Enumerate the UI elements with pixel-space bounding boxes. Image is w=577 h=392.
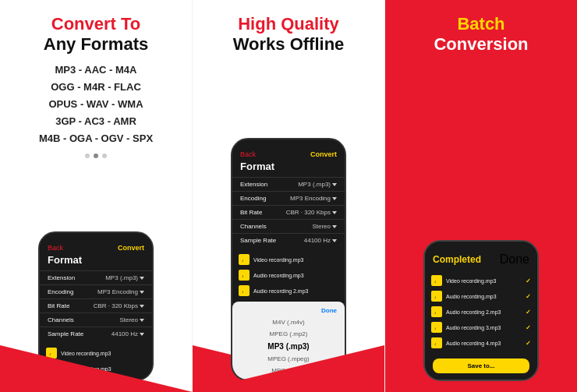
convert-button-left[interactable]: Convert [118, 244, 144, 252]
sr-value-left: 44100 Hz [112, 330, 144, 337]
file-icon-5-right: ♪ [431, 337, 442, 348]
file-item-3-right: ♪ Audio recording 2.mp3 ✓ [431, 304, 531, 320]
picker-opt-1[interactable]: M4V (.m4v) [232, 316, 345, 328]
file-name-2-left: Audio recording.mp3 [61, 366, 146, 372]
phone-screen-mid: Back Convert Format Extension MP3 (.mp3)… [232, 139, 345, 380]
file-list-left: ♪ Video recording.mp3 ♪ Audio recording.… [40, 342, 152, 380]
left-panel: Convert To Any Formats MP3 - AAC - M4A O… [0, 0, 192, 392]
checkmark-3: ✓ [526, 309, 531, 316]
mid-panel: High Quality Works Offline Back Convert … [192, 0, 385, 392]
completed-title: Completed [433, 254, 481, 265]
format-line-4: 3GP - AC3 - AMR [39, 113, 153, 130]
phone-notch-mid [269, 139, 308, 146]
file-item-3-mid: ♪ Audio recording 2.mp3 [239, 283, 338, 298]
checkmark-2: ✓ [526, 293, 531, 300]
convert-button-mid[interactable]: Convert [310, 150, 337, 158]
right-panel: Batch Conversion Completed Done ♪ Video … [385, 0, 577, 392]
phone-mid: Back Convert Format Extension MP3 (.mp3)… [231, 138, 346, 381]
sr-label-left: Sample Rate [48, 330, 83, 337]
ch-value-left: Stereo [119, 316, 144, 323]
file-icon-2-right: ♪ [431, 291, 442, 302]
file-name-1-right: Video recording.mp3 [446, 278, 522, 284]
done-button[interactable]: Done [500, 253, 529, 267]
ext-label-mid: Extension [240, 181, 267, 188]
enc-label-mid: Encoding [240, 195, 266, 202]
page-dots [85, 154, 107, 158]
checkmark-5: ✓ [526, 340, 531, 347]
left-title: Convert To Any Formats [44, 14, 148, 55]
file-icon-1-mid: ♪ [239, 254, 250, 265]
phone-right: Completed Done ♪ Video recording.mp3 ✓ ♪ [423, 240, 539, 381]
file-item-2-mid: ♪ Audio recording.mp3 [239, 267, 338, 283]
format-row-sr-mid: Sample Rate 44100 Hz [232, 233, 345, 247]
format-list: MP3 - AAC - M4A OGG - M4R - FLAC OPUS - … [39, 62, 153, 147]
sr-label-mid: Sample Rate [240, 237, 276, 244]
completed-header: Completed Done [425, 248, 537, 270]
picker-done-mid[interactable]: Done [232, 305, 345, 316]
checkmark-4: ✓ [526, 324, 531, 331]
picker-opt-2[interactable]: MPEG (.mp2) [232, 328, 345, 340]
picker-sheet-mid: Done M4V (.m4v) MPEG (.mp2) MP3 (.mp3) M… [232, 302, 345, 380]
format-row-ext-left: Extension MP3 (.mp3) [40, 270, 152, 284]
app-header-left: Back Convert [40, 239, 152, 254]
dot-1 [85, 154, 90, 158]
file-icon-1-left: ♪ [46, 348, 57, 358]
file-name-1-left: Video recording.mp3 [61, 351, 146, 356]
right-main: Conversion [434, 34, 528, 55]
mid-title: High Quality Works Offline [233, 14, 345, 55]
file-name-5-right: Audio recording 4.mp3 [446, 341, 522, 346]
br-value-mid: CBR · 320 Kbps [286, 209, 337, 216]
svg-rect-2 [48, 366, 55, 372]
checkmark-1: ✓ [526, 277, 531, 284]
enc-value-mid: MP3 Encoding [290, 195, 337, 202]
app-header-mid: Back Convert [232, 146, 345, 161]
app-title-left: Format [40, 254, 152, 270]
enc-label-left: Encoding [48, 288, 73, 295]
phone-wrap-right: Completed Done ♪ Video recording.mp3 ✓ ♪ [393, 62, 569, 381]
picker-opt-5[interactable]: MPO (.mpo) [232, 365, 345, 376]
file-icon-3-right: ♪ [431, 306, 442, 317]
file-icon-2-mid: ♪ [239, 270, 250, 281]
file-item-1-mid: ♪ Video recording.mp3 [239, 252, 338, 267]
ext-value-mid: MP3 (.mp3) [298, 181, 337, 188]
file-item-1-left: ♪ Video recording.mp3 [46, 345, 146, 361]
left-main: Any Formats [44, 34, 148, 55]
format-row-enc-left: Encoding MP3 Encoding [40, 284, 152, 298]
format-row-sr-left: Sample Rate 44100 Hz [40, 327, 152, 341]
format-row-enc-mid: Encoding MP3 Encoding [232, 191, 345, 205]
app-title-mid: Format [232, 161, 345, 177]
format-line-3: OPUS - WAV - WMA [39, 96, 153, 113]
save-to-button[interactable]: Save to... [433, 358, 529, 373]
left-highlight: Convert To [44, 14, 148, 34]
file-list-right: ♪ Video recording.mp3 ✓ ♪ Audio recordin… [425, 270, 537, 354]
dot-3 [102, 154, 107, 158]
file-name-2-right: Audio recording.mp3 [446, 294, 522, 299]
svg-rect-0 [48, 350, 55, 356]
file-name-2-mid: Audio recording.mp3 [253, 273, 338, 278]
file-item-2-left: ♪ Audio recording.mp3 [46, 361, 146, 376]
phone-wrap-left: Back Convert Format Extension MP3 (.mp3)… [8, 166, 184, 381]
mid-main: Works Offline [233, 34, 345, 55]
ext-value-left: MP3 (.mp3) [105, 274, 144, 281]
svg-text:♪: ♪ [49, 351, 51, 356]
ch-label-mid: Channels [240, 223, 267, 230]
format-row-br-mid: Bit Rate CBR · 320 Kbps [232, 205, 345, 219]
svg-text:♪: ♪ [49, 367, 51, 372]
file-list-mid: ♪ Video recording.mp3 ♪ Audio recording.… [232, 249, 345, 300]
file-item-4-right: ♪ Audio recording 3.mp3 ✓ [431, 320, 531, 335]
format-row-ch-mid: Channels Stereo [232, 219, 345, 233]
picker-opt-4[interactable]: MPEG (.mpeg) [232, 353, 345, 365]
format-line-1: MP3 - AAC - M4A [39, 62, 153, 79]
file-name-3-right: Audio recording 2.mp3 [446, 309, 522, 315]
file-item-5-right: ♪ Audio recording 4.mp3 ✓ [431, 335, 531, 351]
back-button-left[interactable]: Back [48, 244, 63, 252]
file-item-2-right: ♪ Audio recording.mp3 ✓ [431, 288, 531, 304]
ext-label-left: Extension [48, 274, 75, 281]
br-value-left: CBR · 320 Kbps [94, 302, 144, 309]
back-button-mid[interactable]: Back [240, 150, 256, 158]
right-title: Batch Conversion [434, 14, 528, 55]
phone-notch-right [462, 242, 501, 248]
picker-opt-3[interactable]: MP3 (.mp3) [232, 340, 345, 353]
mid-highlight: High Quality [233, 14, 345, 34]
format-line-5: M4B - OGA - OGV - SPX [39, 130, 153, 147]
